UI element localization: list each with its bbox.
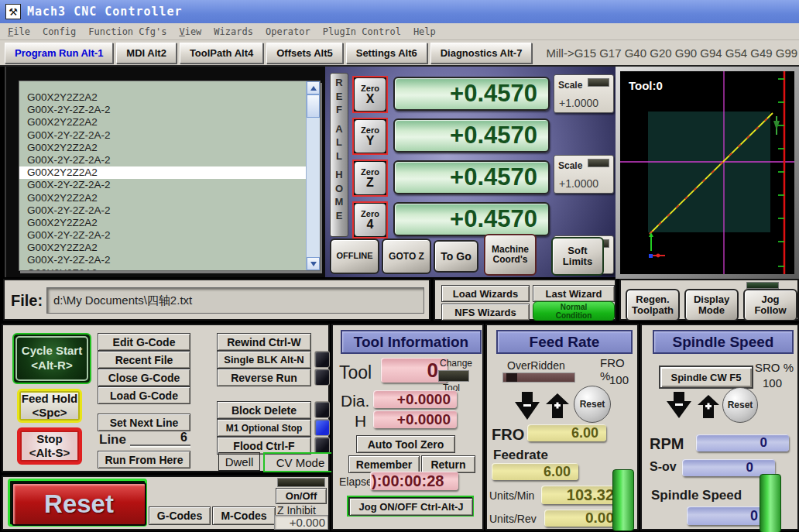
zero-x-button[interactable]: ZeroX [352,76,388,113]
gcode-line[interactable]: G00X2Y2Z2A2 [19,166,307,179]
y-scale-slider[interactable] [588,159,609,167]
jog-follow-button[interactable]: JogFollow [743,289,797,321]
z-axis-dro[interactable]: +0.4570 [393,160,550,194]
dwell-indicator[interactable]: Dwell [218,452,260,471]
a-axis-dro[interactable]: +0.4570 [393,202,550,236]
gcode-line[interactable]: G00X2Y2Z2A2 [19,142,307,154]
dia-dro[interactable]: +0.0000 [373,390,457,408]
single-blk-button[interactable]: Single BLK Alt-N [217,351,311,369]
x-scale-slider[interactable] [588,78,609,87]
spindle-reset-button[interactable]: Reset [722,387,758,423]
spindle-cw-button[interactable]: Spindle CW F5 [659,366,753,389]
z-inhibit-onoff-button[interactable]: On/Off [276,488,327,504]
feed-reset-button[interactable]: Reset [574,386,611,423]
feedrate-dro[interactable]: 6.00 [492,463,578,480]
feed-lower-arrow-icon[interactable] [515,392,540,420]
feed-raise-arrow-icon[interactable] [546,393,569,418]
x-axis-dro[interactable]: +0.4570 [393,77,550,111]
load-wizards-button[interactable]: Load Wizards [441,285,530,302]
g-codes-button[interactable]: G-Codes [149,506,211,525]
rpm-dro[interactable]: 0 [696,434,789,451]
cv-mode-indicator[interactable]: CV Mode [263,452,338,472]
h-dro[interactable]: +0.0000 [373,410,457,428]
reset-button[interactable]: Reset [8,479,147,527]
tab-toolpath-alt4[interactable]: ToolPath Alt4 [180,43,263,63]
menu-item[interactable]: File [8,26,30,37]
m1-optional-stop-button[interactable]: M1 Optional Stop [217,419,311,437]
gcode-line[interactable]: G00X2Y2Z2A2 [19,116,307,129]
gcode-line[interactable]: G00X-2Y-2Z-2A-2 [19,154,307,166]
y-axis-dro[interactable]: +0.4570 [393,118,550,153]
offline-button[interactable]: OFFLINE [330,239,379,274]
ref-all-home-button[interactable]: REFALLHOME [330,73,348,237]
remember-button[interactable]: Remember [348,455,420,473]
fro-slider[interactable] [502,372,575,383]
tab-program-run-alt-1[interactable]: Program Run Alt-1 [5,43,113,63]
menu-item[interactable]: View [179,26,201,37]
spindle-raise-arrow-icon[interactable] [698,395,719,418]
zero-4-button[interactable]: Zero4 [352,201,388,239]
menu-item[interactable]: Function Cfg's [88,26,166,37]
z-inhibit-dro[interactable]: +0.000 [274,515,328,530]
zero-y-button[interactable]: ZeroY [352,118,388,155]
gcode-line[interactable]: G00X-2Y-2Z-2A-2 [19,254,307,266]
stop-button[interactable]: Stop<Alt-S> [17,427,82,465]
gcode-line[interactable]: G00X-2Y-2Z-2A-2 [19,104,307,116]
recent-file-button[interactable]: Recent File [98,351,190,369]
gcode-line[interactable]: G00X2Y2Z2A2 [19,192,307,204]
soft-limits-button[interactable]: Soft Limits [551,237,604,276]
edit-gcode-button[interactable]: Edit G-Code [98,333,190,351]
set-next-line-button[interactable]: Set Next Line [98,414,190,431]
x-scale-box[interactable]: Scale +1.0000 [554,74,614,113]
gcode-line[interactable]: G00X2Y2Z2A2 [19,242,307,254]
jog-onoff-button[interactable]: Jog ON/OFF Ctrl-Alt-J [347,496,474,517]
gcode-line[interactable]: G00X-2Y-2Z-2A-2 [19,129,307,142]
feed-hold-button[interactable]: Feed Hold<Spc> [17,389,82,423]
gcode-list[interactable]: G00X2Y2Z2A2G00X-2Y-2Z-2A-2G00X2Y2Z2A2G00… [19,81,307,270]
menu-item[interactable]: Operator [266,26,310,37]
nfs-wizards-button[interactable]: NFS Wizards [441,304,530,321]
load-gcode-button[interactable]: Load G-Code [98,386,190,404]
file-path-field[interactable]: d:\My Documents\四轴2.txt [46,287,424,314]
units-rev-dro[interactable]: 0.00 [544,510,620,527]
gcode-line[interactable]: G00X-2Y-2Z-2A-2 [19,229,307,242]
display-mode-button[interactable]: DisplayMode [684,289,739,321]
auto-tool-zero-button[interactable]: Auto Tool Zero [356,435,455,453]
title-bar[interactable]: ⚒ Mach3 CNC Controller [0,0,799,23]
scrollbar-thumb[interactable] [307,94,320,118]
scroll-up-icon[interactable] [307,81,320,94]
normal-condition-indicator[interactable]: Normal Condition [533,301,615,321]
gcode-line[interactable]: G00X2Y2Z2A2 [19,91,307,104]
goto-z-button[interactable]: GOTO Z [382,239,431,274]
return-button[interactable]: Return [421,455,475,473]
menu-item[interactable]: Help [413,26,436,37]
y-scale-box[interactable]: Scale +1.0000 [554,155,614,194]
gcode-line[interactable]: G00X-2Y-2Z-2A-2 [19,204,307,217]
units-min-dro[interactable]: 103.32 [541,486,620,504]
m-codes-button[interactable]: M-Codes [212,506,276,525]
fro-dro[interactable]: 6.00 [527,424,606,441]
machine-coords-button[interactable]: Machine Coord's [484,234,537,276]
spindle-lower-arrow-icon[interactable] [667,392,691,418]
tab-diagnostics-alt-7[interactable]: Diagnostics Alt-7 [430,43,533,63]
cycle-start-button[interactable]: Cycle Start<Alt-R> [12,333,91,384]
menu-item[interactable]: Config [43,26,76,37]
rewind-button[interactable]: Rewind Ctrl-W [217,333,311,351]
line-number-dro[interactable]: 6 [130,431,190,446]
zero-z-button[interactable]: ZeroZ [352,160,388,197]
regen-toolpath-button[interactable]: Regen.Toolpath [626,289,680,321]
toolpath-display[interactable]: Tool:0 [620,71,794,274]
reverse-run-button[interactable]: Reverse Run [217,369,311,386]
menu-item[interactable]: Wizards [214,26,253,37]
block-delete-button[interactable]: Block Delete [217,401,311,419]
last-wizard-button[interactable]: Last Wizard [533,285,615,302]
gcode-scrollbar[interactable] [306,81,320,270]
tab-settings-alt6[interactable]: Settings Alt6 [346,43,427,63]
gcode-line[interactable]: G00X-2Y-2Z-2A-2 [19,179,307,191]
scroll-down-icon[interactable] [307,257,320,270]
gcode-line[interactable]: G00X2Y2Z2A2 [19,267,307,270]
gcode-line[interactable]: G00X2Y2Z2A2 [19,217,307,229]
close-gcode-button[interactable]: Close G-Code [98,369,190,386]
tab-mdi-alt2[interactable]: MDI Alt2 [116,43,177,63]
menu-item[interactable]: PlugIn Control [323,26,401,37]
